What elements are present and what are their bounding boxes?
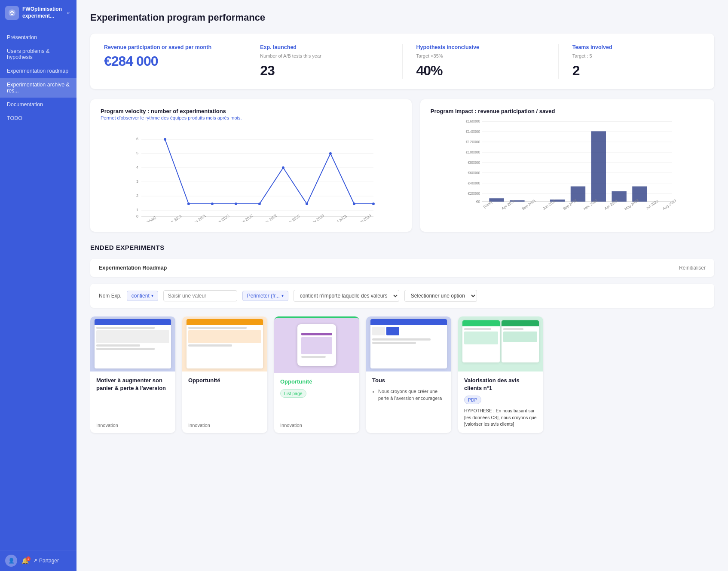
svg-text:€160000: €160000 <box>466 119 480 123</box>
velocity-chart-subtitle: Permet d'observer le rythme des équipes … <box>101 115 401 120</box>
sidebar-nav: Présentation Users problems & hypothesis… <box>0 26 76 550</box>
sidebar-collapse-button[interactable]: « <box>65 9 71 17</box>
impact-chart-title: Program impact : revenue participation /… <box>431 108 704 114</box>
svg-point-21 <box>306 203 308 205</box>
svg-text:Jul 2023: Jul 2023 <box>645 199 659 210</box>
exp-card-4-bullet: Nous croyons que créer une perte à l'ave… <box>372 388 445 402</box>
svg-text:Jun 2022: Jun 2022 <box>214 213 230 221</box>
experiment-cards-row: Motiver à augmenter son panier & perte à… <box>90 316 714 437</box>
sidebar-item-users-problems[interactable]: Users problems & hypothesis <box>0 44 76 64</box>
exp-card-5-thumbnail <box>458 316 543 371</box>
contient-tag[interactable]: contient ▾ <box>127 291 158 301</box>
svg-text:Sep 2021: Sep 2021 <box>191 213 207 222</box>
svg-text:Aug 2023: Aug 2023 <box>661 198 677 210</box>
exp-card-5-tag-pdp: PDP <box>464 396 481 404</box>
exp-card-1-thumbnail <box>90 316 175 371</box>
filter-row-2: Nom Exp. contient ▾ Perimeter (fr... ▾ c… <box>90 284 714 308</box>
exp-card-4-body: Tous Nous croyons que créer une perte à … <box>366 371 451 433</box>
exp-card-5-hypothese: HYPOTHESE : En nous basant sur [les donn… <box>464 408 537 428</box>
sidebar-item-presentation[interactable]: Présentation <box>0 31 76 44</box>
kpi-hypothesis-label: Hypothesis inconclusive <box>416 44 544 52</box>
svg-point-18 <box>235 203 237 205</box>
exp-card-3-title: Opportunité <box>280 378 353 386</box>
svg-text:5: 5 <box>136 151 138 155</box>
kpi-row: Revenue participation or saved per month… <box>90 34 714 89</box>
svg-text:Jun 2022: Jun 2022 <box>542 198 557 209</box>
svg-rect-56 <box>571 186 585 201</box>
sidebar-item-documentation[interactable]: Documentation <box>0 98 76 111</box>
kpi-hypothesis-value: 40% <box>416 63 544 79</box>
contains-select[interactable]: contient n'importe laquelle des valeurs <box>294 290 399 302</box>
perimeter-chevron-icon: ▾ <box>281 293 284 298</box>
kpi-revenue: Revenue participation or saved per month… <box>104 44 246 79</box>
exp-card-1[interactable]: Motiver à augmenter son panier & perte à… <box>90 316 175 433</box>
svg-text:1: 1 <box>136 208 138 212</box>
svg-text:0: 0 <box>136 214 138 218</box>
kpi-exp-sublabel: Number of A/B tests this year <box>260 53 388 58</box>
sidebar-item-todo[interactable]: TODO <box>0 111 76 125</box>
impact-chart-svg: €160000 €140000 €120000 €100000 €80000 €… <box>431 115 704 210</box>
svg-point-24 <box>372 203 375 205</box>
kpi-teams-sublabel: Target : 5 <box>572 53 700 58</box>
exp-card-4-thumbnail <box>366 316 451 371</box>
sidebar-item-archive[interactable]: Experimentation archive & res... <box>0 78 76 98</box>
kpi-hypothesis: Hypothesis inconclusive Target <35% 40% <box>416 44 559 79</box>
kpi-teams-label: Teams involved <box>572 44 700 52</box>
svg-text:€80000: €80000 <box>468 160 480 164</box>
svg-point-17 <box>211 203 214 205</box>
svg-text:2: 2 <box>136 193 138 198</box>
svg-text:€0: €0 <box>476 199 480 203</box>
svg-text:3: 3 <box>136 179 138 184</box>
svg-text:[Vide]: [Vide] <box>146 215 156 221</box>
nom-exp-input[interactable] <box>163 290 237 301</box>
notification-badge: 1 <box>26 556 31 561</box>
sidebar: FWOptimisation experiment... « Présentat… <box>0 0 76 571</box>
svg-text:€140000: €140000 <box>466 129 480 134</box>
exp-card-4[interactable]: Tous Nous croyons que créer une perte à … <box>366 316 451 433</box>
exp-card-1-body: Motiver à augmenter son panier & perte à… <box>90 371 175 433</box>
sidebar-item-roadmap[interactable]: Experimentation roadmap <box>0 64 76 78</box>
page-title: Experimentation program performance <box>90 12 714 23</box>
exp-card-2-category: Innovation <box>188 423 261 428</box>
svg-text:4: 4 <box>136 165 138 169</box>
svg-text:€20000: €20000 <box>468 191 480 195</box>
exp-card-3-thumbnail <box>274 318 359 373</box>
exp-card-3[interactable]: Opportunité List page Innovation <box>274 316 359 433</box>
svg-text:Sep 2022: Sep 2022 <box>238 213 254 222</box>
exp-card-2-thumbnail <box>182 316 267 371</box>
main-content: Experimentation program performance Reve… <box>76 0 728 571</box>
exp-card-1-title: Motiver à augmenter son panier & perte à… <box>96 377 169 392</box>
velocity-chart-svg: 6 5 4 3 2 1 0 <box>101 127 401 222</box>
svg-point-20 <box>282 166 284 169</box>
svg-text:Apr 2021: Apr 2021 <box>167 213 183 221</box>
exp-card-3-category: Innovation <box>280 423 353 428</box>
kpi-teams: Teams involved Target : 5 2 <box>572 44 700 79</box>
kpi-exp-launched: Exp. launched Number of A/B tests this y… <box>260 44 402 79</box>
kpi-revenue-value: €284 000 <box>104 53 232 69</box>
perimeter-tag[interactable]: Perimeter (fr... ▾ <box>242 291 288 301</box>
exp-card-2[interactable]: Opportunité Innovation <box>182 316 267 433</box>
exp-card-4-title: Tous <box>372 377 445 384</box>
svg-point-15 <box>164 138 166 141</box>
svg-text:€120000: €120000 <box>466 140 480 144</box>
filter-bar: Experimentation Roadmap Réinitialiser <box>90 259 714 277</box>
option-select[interactable]: Sélectionner une option <box>404 290 477 302</box>
kpi-hypothesis-sublabel: Target <35% <box>416 53 544 58</box>
exp-card-3-tags: List page <box>280 389 353 398</box>
charts-row: Program velocity : number of experimenta… <box>90 99 714 232</box>
exp-card-3-tag-list-page: List page <box>280 389 306 398</box>
exp-card-2-body: Opportunité Innovation <box>182 371 267 433</box>
svg-text:Aug 2023: Aug 2023 <box>356 213 372 222</box>
velocity-chart-card: Program velocity : number of experimenta… <box>90 99 412 232</box>
kpi-teams-value: 2 <box>572 63 700 79</box>
svg-text:€100000: €100000 <box>466 150 480 154</box>
reset-button[interactable]: Réinitialiser <box>679 265 706 271</box>
kpi-exp-value: 23 <box>260 63 388 79</box>
svg-point-0 <box>9 9 15 16</box>
notification-bell-icon[interactable]: 🔔1 <box>21 557 29 564</box>
exp-card-5[interactable]: Valorisation des avis clients n°1 PDP HY… <box>458 316 543 433</box>
svg-point-16 <box>187 203 190 205</box>
kpi-exp-label: Exp. launched <box>260 44 388 52</box>
share-button[interactable]: ↗ Partager <box>33 558 59 564</box>
svg-text:€40000: €40000 <box>468 181 480 185</box>
